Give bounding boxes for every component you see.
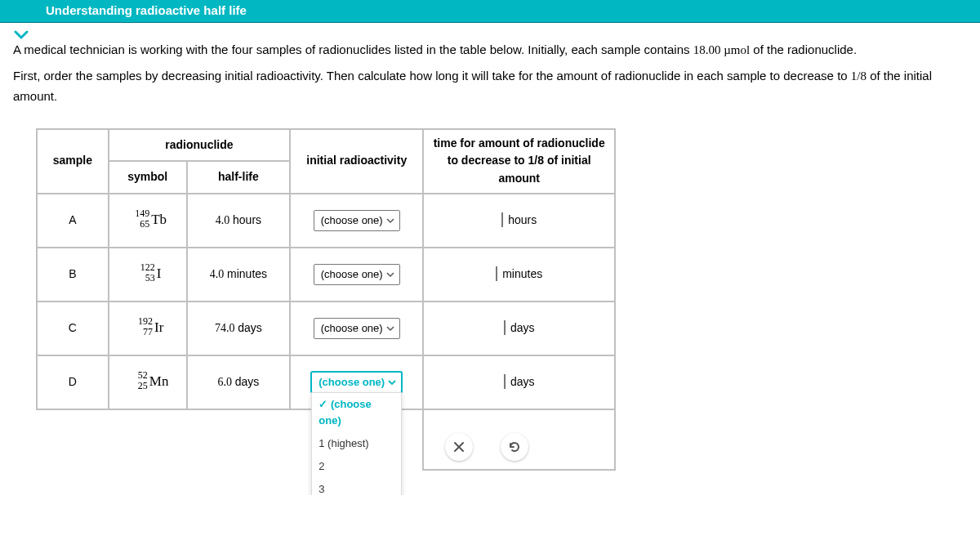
half-life-cell: 6.0 days bbox=[187, 355, 291, 409]
col-halflife: half-life bbox=[187, 161, 291, 194]
half-life-unit: days bbox=[235, 375, 260, 388]
atomic-number: 25 bbox=[127, 381, 148, 391]
atomic-number: 77 bbox=[131, 327, 153, 337]
time-input[interactable] bbox=[501, 212, 503, 227]
atomic-number: 65 bbox=[128, 219, 149, 230]
time-unit: minutes bbox=[502, 267, 542, 280]
col-radionuclide: radionuclide bbox=[109, 129, 290, 162]
half-life-value: 74.0 bbox=[215, 322, 235, 334]
nuclide-symbol: 12253 I bbox=[109, 248, 187, 302]
select-label: (choose one) bbox=[318, 374, 385, 391]
time-input[interactable] bbox=[504, 374, 506, 389]
close-icon bbox=[452, 440, 466, 453]
half-life-cell: 74.0 days bbox=[187, 302, 291, 355]
mass-number: 192 bbox=[131, 317, 153, 328]
intro-text: A medical technician is working with the… bbox=[13, 42, 693, 56]
col-radioactivity: initial radioactivity bbox=[290, 129, 423, 194]
time-input[interactable] bbox=[504, 320, 506, 335]
select-label: (choose one) bbox=[321, 266, 383, 283]
dropdown-option[interactable]: 2 bbox=[312, 455, 401, 478]
chevron-down-icon bbox=[388, 378, 396, 386]
select-label: (choose one) bbox=[321, 212, 383, 229]
time-unit: hours bbox=[508, 213, 537, 226]
page-header: Understanding radioactive half life bbox=[0, 0, 980, 22]
intro-paragraph-2: First, order the samples by decreasing i… bbox=[13, 66, 967, 105]
radioactivity-dropdown: (choose one) 1 (highest) 2 3 4 (lowest) bbox=[311, 392, 402, 495]
sample-label: B bbox=[37, 248, 109, 302]
clear-button[interactable] bbox=[445, 433, 473, 461]
half-life-unit: hours bbox=[233, 213, 261, 226]
radioactivity-cell: (choose one) bbox=[290, 302, 423, 355]
half-life-value: 4.0 bbox=[216, 214, 230, 226]
time-cell: minutes bbox=[423, 248, 615, 302]
element-symbol: I bbox=[157, 266, 162, 281]
half-life-cell: 4.0 minutes bbox=[187, 248, 291, 302]
mass-number: 122 bbox=[134, 263, 155, 274]
radioactivity-select[interactable]: (choose one) bbox=[314, 210, 400, 231]
intro-text: First, order the samples by decreasing i… bbox=[13, 69, 851, 83]
dropdown-option[interactable]: 3 bbox=[312, 478, 401, 494]
radionuclide-table: sample radionuclide initial radioactivit… bbox=[36, 128, 616, 471]
radioactivity-cell: (choose one) (choose one) 1 (highest) 2 … bbox=[290, 355, 423, 409]
radioactivity-cell: (choose one) bbox=[290, 248, 423, 302]
time-cell: hours bbox=[423, 194, 615, 248]
col-sample: sample bbox=[37, 129, 109, 194]
time-cell: days bbox=[423, 355, 615, 409]
intro-paragraph-1: A medical technician is working with the… bbox=[13, 40, 967, 60]
collapse-toggle[interactable] bbox=[10, 26, 33, 44]
half-life-unit: minutes bbox=[227, 267, 267, 280]
time-unit: days bbox=[510, 375, 535, 388]
sample-label: C bbox=[37, 302, 109, 355]
sample-label: A bbox=[37, 194, 109, 248]
table-row: C 19277 Ir 74.0 days (choose one) bbox=[37, 302, 615, 355]
element-symbol: Mn bbox=[149, 373, 169, 389]
time-unit: days bbox=[510, 321, 535, 334]
table-row: A 14965 Tb 4.0 hours (choose one) bbox=[37, 194, 615, 248]
element-symbol: Ir bbox=[154, 319, 163, 335]
dropdown-option[interactable]: (choose one) bbox=[312, 393, 401, 432]
chevron-down-icon bbox=[386, 217, 394, 225]
radioactivity-select[interactable]: (choose one) bbox=[314, 318, 400, 339]
table-row: D 5225 Mn 6.0 days (choose one) bbox=[37, 355, 615, 409]
radioactivity-cell: (choose one) bbox=[290, 194, 423, 248]
fraction: 1/8 bbox=[851, 69, 866, 83]
element-symbol: Tb bbox=[151, 212, 167, 227]
time-cell: days bbox=[423, 302, 615, 355]
reset-button[interactable] bbox=[501, 433, 528, 461]
time-input[interactable] bbox=[496, 266, 497, 281]
undo-icon bbox=[507, 440, 522, 454]
radioactivity-select[interactable]: (choose one) bbox=[314, 264, 400, 285]
page-title: Understanding radioactive half life bbox=[46, 3, 247, 17]
chevron-down-icon bbox=[386, 324, 394, 333]
half-life-value: 4.0 bbox=[210, 268, 225, 280]
half-life-cell: 4.0 hours bbox=[187, 194, 291, 248]
half-life-unit: days bbox=[238, 321, 262, 334]
initial-amount: 18.00 µmol bbox=[693, 43, 750, 56]
half-life-value: 6.0 bbox=[217, 376, 232, 388]
col-time: time for amount of radionuclide to decre… bbox=[423, 129, 615, 194]
nuclide-symbol: 14965 Tb bbox=[109, 194, 187, 248]
mass-number: 149 bbox=[128, 209, 149, 220]
intro-text: of the radionuclide. bbox=[750, 42, 857, 56]
radioactivity-select[interactable]: (choose one) (choose one) 1 (highest) 2 … bbox=[311, 372, 402, 393]
col-symbol: symbol bbox=[109, 161, 187, 194]
problem-content: A medical technician is working with the… bbox=[0, 22, 980, 495]
table-row: B 12253 I 4.0 minutes (choose one) bbox=[37, 248, 615, 302]
select-label: (choose one) bbox=[321, 320, 383, 337]
atomic-number: 53 bbox=[134, 273, 155, 284]
nuclide-symbol: 19277 Ir bbox=[109, 302, 187, 355]
chevron-down-icon bbox=[386, 270, 394, 279]
sample-label: D bbox=[37, 355, 109, 409]
mass-number: 52 bbox=[127, 371, 148, 382]
nuclide-symbol: 5225 Mn bbox=[109, 355, 187, 409]
dropdown-option[interactable]: 1 (highest) bbox=[312, 432, 401, 455]
chevron-down-icon bbox=[14, 30, 29, 40]
controls-cell bbox=[423, 409, 615, 470]
